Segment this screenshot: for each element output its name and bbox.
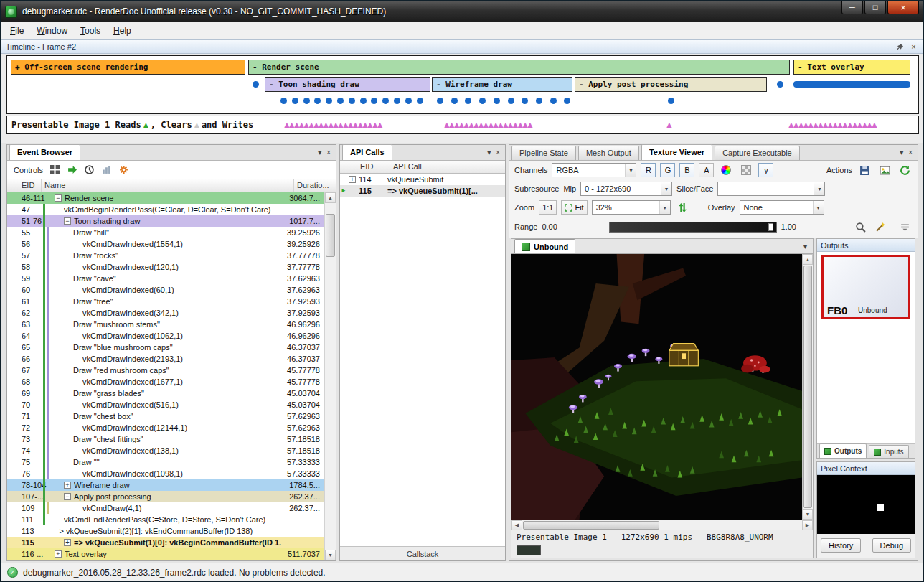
- event-row[interactable]: 63Draw "mushroom stems"46.96296: [7, 319, 324, 330]
- event-row[interactable]: 78-104+Wireframe draw1784.5...: [7, 479, 324, 491]
- titlebar[interactable]: debugmarker.rdc - RenderDoc Unofficial r…: [1, 1, 923, 22]
- event-row[interactable]: 111vkCmdEndRenderPass(C=Store, D=Store, …: [7, 514, 324, 525]
- right-panel-close-icon[interactable]: ×: [908, 149, 913, 156]
- scroll-thumb[interactable]: [523, 521, 659, 530]
- tab-texture-viewer[interactable]: Texture Viewer: [641, 144, 712, 160]
- debug-button[interactable]: Debug: [872, 538, 911, 553]
- timeline-draw-dot[interactable]: [371, 98, 377, 104]
- event-row[interactable]: 109vkCmdDraw(4,1)262.37...: [7, 502, 324, 514]
- timeline-bars[interactable]: + Off-screen scene rendering- Render sce…: [6, 55, 919, 114]
- timeline-draw-dot[interactable]: [508, 98, 514, 104]
- event-row[interactable]: 116-...+Text overlay511.7037: [7, 548, 324, 560]
- tree-toggle-icon[interactable]: −: [64, 493, 71, 500]
- timeline-toggle-icon[interactable]: [50, 164, 60, 175]
- checkerboard-button[interactable]: [738, 163, 754, 177]
- timeline-draw-dot[interactable]: [417, 98, 423, 104]
- settings-icon[interactable]: [118, 164, 129, 175]
- right-panel-menu-icon[interactable]: ▾: [900, 149, 903, 156]
- timeline-write-markers[interactable]: ▲▲▲▲▲▲▲▲▲▲▲▲▲▲▲▲▲▲: [788, 116, 877, 133]
- timeline-draw-dot[interactable]: [479, 98, 486, 104]
- tree-toggle-icon[interactable]: +: [349, 176, 356, 183]
- flip-y-button[interactable]: [675, 200, 691, 215]
- scroll-down-icon[interactable]: ▼: [803, 509, 813, 520]
- timeline-draw-dot[interactable]: [536, 98, 542, 104]
- timeline-draw-dot[interactable]: [292, 98, 298, 104]
- event-row[interactable]: 56vkCmdDrawIndexed(1554,1)39.25926: [7, 238, 324, 250]
- timeline-draw-dot[interactable]: [522, 98, 528, 104]
- column-eid[interactable]: EID: [340, 161, 387, 173]
- timeline-draw-dot[interactable]: [451, 98, 458, 104]
- event-row[interactable]: 65Draw "blue mushroom caps"46.37037: [7, 342, 324, 353]
- event-row[interactable]: 113=> vkQueueSubmit(2)[1]: vkEndCommandB…: [7, 525, 324, 537]
- column-api-call[interactable]: API Call: [387, 161, 505, 173]
- timeline-draw-dot[interactable]: [303, 98, 310, 104]
- event-row[interactable]: 76vkCmdDrawIndexed(1098,1)57.33333: [7, 468, 324, 479]
- timeline-section-bar[interactable]: - Render scene: [248, 60, 790, 75]
- timeline-draw-dot[interactable]: [405, 98, 412, 104]
- event-row[interactable]: 73Draw "chest fittings"57.18518: [7, 433, 324, 445]
- event-row[interactable]: 75Draw ""57.33333: [7, 456, 324, 468]
- event-row[interactable]: 64vkCmdDrawIndexed(1062,1)46.96296: [7, 330, 324, 342]
- overlay-select[interactable]: None ▾: [740, 200, 824, 215]
- mip-select[interactable]: 0 - 1272x690 ▾: [580, 182, 672, 196]
- channel-red-button[interactable]: R: [641, 163, 656, 177]
- event-row[interactable]: 72vkCmdDrawIndexed(12144,1)57.62963: [7, 422, 324, 433]
- range-white-handle[interactable]: [768, 223, 773, 231]
- colorwheel-button[interactable]: [718, 163, 734, 177]
- timeline-subsection-bar[interactable]: - Apply post processing: [575, 77, 767, 92]
- timeline-draw-dot[interactable]: [382, 98, 389, 104]
- channels-select[interactable]: RGBA ▾: [552, 163, 636, 177]
- tab-unbound-texture[interactable]: Unbound: [514, 239, 575, 253]
- timeline-draw-dot[interactable]: [437, 98, 443, 104]
- fit-button[interactable]: Fit: [561, 200, 587, 215]
- save-texture-button[interactable]: [857, 163, 872, 177]
- api-calls-menu-icon[interactable]: ▾: [487, 149, 491, 156]
- event-row[interactable]: 62vkCmdDrawIndexed(342,1)37.92593: [7, 307, 324, 319]
- timeline-draw-dot[interactable]: [314, 98, 321, 104]
- tree-toggle-icon[interactable]: +: [55, 550, 62, 558]
- event-row[interactable]: 59Draw "cave"37.62963: [7, 273, 324, 284]
- tab-api-calls[interactable]: API Calls: [342, 144, 392, 160]
- texture-preview-scene[interactable]: [512, 254, 802, 520]
- tab-capture-executable[interactable]: Capture Executable: [715, 146, 800, 160]
- event-row[interactable]: 69Draw "grass blades"45.03704: [7, 388, 324, 399]
- tree-toggle-icon[interactable]: −: [64, 217, 71, 225]
- channel-blue-button[interactable]: B: [679, 163, 694, 177]
- time-draws-icon[interactable]: [84, 164, 95, 175]
- timeline-subsection-bar[interactable]: - Toon shading draw: [265, 77, 430, 92]
- timeline-draw-dot[interactable]: [564, 98, 570, 104]
- timeline-draw-dot[interactable]: [280, 98, 287, 104]
- timeline-draw-dot[interactable]: [550, 98, 557, 104]
- event-row[interactable]: 57Draw "rocks"37.77778: [7, 250, 324, 261]
- timeline-write-markers[interactable]: ▲▲▲▲▲▲▲▲▲▲▲▲▲▲▲▲▲▲▲▲: [284, 116, 382, 133]
- scroll-up-icon[interactable]: ▲: [325, 192, 336, 203]
- texture-list-chevron-icon[interactable]: ▾: [803, 243, 813, 253]
- goto-eid-icon[interactable]: [67, 164, 77, 175]
- timeline-draw-dot[interactable]: [360, 98, 367, 104]
- callstack-section[interactable]: Callstack: [340, 546, 505, 560]
- channel-alpha-button[interactable]: A: [699, 163, 714, 177]
- event-browser-scrollbar[interactable]: ▲ ▼: [324, 192, 336, 560]
- range-options-icon[interactable]: [897, 220, 913, 234]
- event-row[interactable]: 68vkCmdDrawIndexed(1677,1)45.77778: [7, 376, 324, 388]
- timeline-section-bar[interactable]: - Text overlay: [793, 60, 910, 75]
- event-row[interactable]: 74vkCmdDrawIndexed(138,1)57.18518: [7, 445, 324, 456]
- timeline-write-markers[interactable]: ▲▲▲▲▲▲▲▲▲▲▲▲▲▲▲▲▲▲: [444, 116, 532, 133]
- maximize-button[interactable]: □: [864, 1, 886, 14]
- event-row[interactable]: 67Draw "red mushroom caps"45.77778: [7, 365, 324, 376]
- menu-help[interactable]: Help: [107, 24, 138, 38]
- event-row[interactable]: 71Draw "chest box"57.62963: [7, 410, 324, 422]
- timeline-draw-dot[interactable]: [394, 98, 400, 104]
- event-row[interactable]: 61Draw "tree"37.92593: [7, 296, 324, 307]
- column-eid[interactable]: EID: [7, 179, 42, 192]
- timeline-event-dot[interactable]: [253, 81, 259, 88]
- tab-outputs[interactable]: Outputs: [819, 443, 867, 458]
- pixel-context-view[interactable]: [817, 475, 915, 534]
- tab-inputs[interactable]: Inputs: [869, 445, 908, 458]
- api-call-row[interactable]: ►115=> vkQueueSubmit(1)[...: [340, 185, 505, 197]
- event-row[interactable]: 60vkCmdDrawIndexed(60,1)37.62963: [7, 284, 324, 296]
- timeline-subsection-bar[interactable]: - Wireframe draw: [432, 77, 572, 92]
- timeline-event-dot[interactable]: [777, 81, 783, 88]
- timeline-draw-dot[interactable]: [494, 98, 500, 104]
- tree-toggle-icon[interactable]: −: [55, 194, 62, 202]
